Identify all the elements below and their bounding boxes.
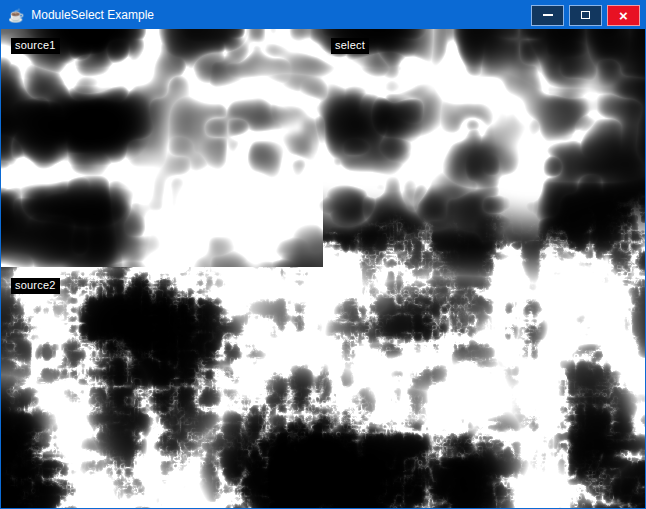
app-window: ☕ ModuleSelect Example × source1 select … [0, 0, 646, 509]
close-icon: × [619, 8, 628, 23]
java-coffee-cup-icon: ☕ [8, 9, 24, 22]
minimize-button[interactable] [531, 5, 564, 26]
select-label: select [331, 38, 369, 54]
source2-label: source2 [11, 278, 60, 294]
window-controls: × [531, 5, 645, 26]
maximize-icon [581, 11, 590, 19]
close-button[interactable]: × [607, 5, 640, 26]
title-bar[interactable]: ☕ ModuleSelect Example × [1, 1, 645, 29]
client-area: source1 select source2 [1, 29, 645, 508]
minimize-icon [543, 14, 553, 16]
maximize-button[interactable] [569, 5, 602, 26]
source1-image [1, 29, 323, 267]
window-title: ModuleSelect Example [31, 8, 531, 22]
source1-label: source1 [11, 38, 60, 54]
source2-image [1, 267, 645, 508]
